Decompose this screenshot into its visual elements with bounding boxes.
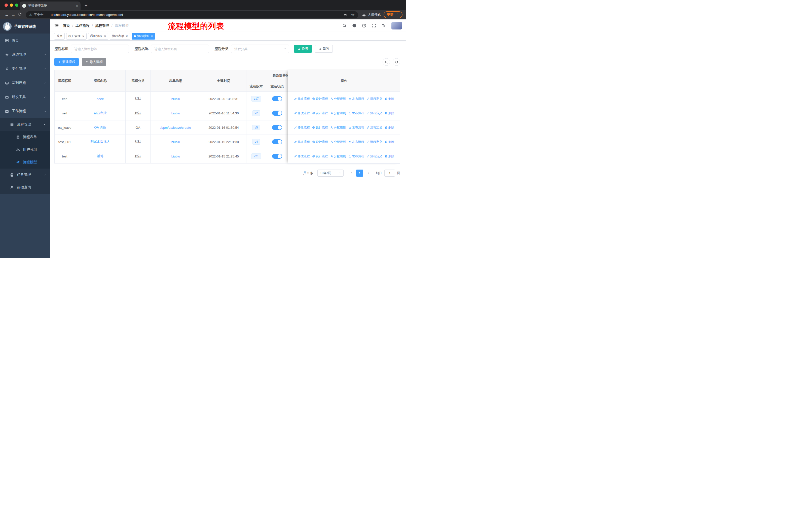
op-edit-link[interactable]: 修改流程 <box>294 154 310 159</box>
sidebar-item-process-manage[interactable]: 流程管理 <box>0 118 50 131</box>
new-tab-button[interactable]: + <box>85 3 88 8</box>
op-delete-link[interactable]: 删除 <box>385 126 395 130</box>
sidebar-item-user-group[interactable]: 用户分组 <box>0 143 50 156</box>
tag-close-icon[interactable]: × <box>151 34 153 38</box>
process-id-input[interactable] <box>71 45 129 53</box>
breadcrumb-item[interactable]: 首页 <box>63 23 70 28</box>
op-define-link[interactable]: 流程定义 <box>367 154 382 159</box>
toggle-search-button[interactable] <box>383 58 390 66</box>
active-toggle[interactable] <box>272 139 282 144</box>
forward-button[interactable]: → <box>10 12 17 18</box>
op-delete-link[interactable]: 删除 <box>385 154 395 159</box>
back-button[interactable]: ← <box>3 12 10 18</box>
textsize-icon[interactable] <box>382 23 386 28</box>
sidebar-item-process-form[interactable]: 流程表单 <box>0 131 50 143</box>
github-icon[interactable] <box>352 23 356 28</box>
op-assign-link[interactable]: 分配规则 <box>330 97 346 101</box>
breadcrumb-item[interactable]: 工作流程 <box>76 23 90 28</box>
browser-menu-icon[interactable]: ⋮ <box>396 13 399 17</box>
url-bar[interactable]: ⚠ 不安全 dashboard.yudao.iocoder.cn/bpm/man… <box>26 11 358 19</box>
create-process-button[interactable]: 新建流程 <box>54 58 79 66</box>
password-key-icon[interactable] <box>344 13 348 17</box>
page-number-button[interactable]: 1 <box>356 169 363 176</box>
op-design-link[interactable]: 设计流程 <box>312 111 328 115</box>
reload-button[interactable] <box>17 12 23 18</box>
op-define-link[interactable]: 流程定义 <box>367 140 382 144</box>
sidebar-item-infrastructure[interactable]: 基础设施 <box>0 76 50 90</box>
app-logo[interactable]: 芋道管理系统 <box>0 19 50 33</box>
sidebar-item-home[interactable]: 首页 <box>0 33 50 48</box>
op-delete-link[interactable]: 删除 <box>385 140 395 144</box>
sidebar-item-system[interactable]: 系统管理 <box>0 48 50 62</box>
process-name-link[interactable]: eeee <box>97 97 104 101</box>
active-toggle[interactable] <box>272 96 282 101</box>
sidebar-item-task-manage[interactable]: 任务管理 <box>0 168 50 181</box>
traffic-light-close[interactable] <box>4 3 8 7</box>
op-define-link[interactable]: 流程定义 <box>367 111 382 115</box>
op-delete-link[interactable]: 删除 <box>385 111 395 115</box>
op-define-link[interactable]: 流程定义 <box>367 126 382 130</box>
op-edit-link[interactable]: 修改流程 <box>294 97 310 101</box>
search-icon[interactable] <box>342 23 347 28</box>
import-process-button[interactable]: 导入流程 <box>82 58 106 66</box>
op-edit-link[interactable]: 修改流程 <box>294 126 310 130</box>
breadcrumb-item[interactable]: 流程管理 <box>95 23 109 28</box>
op-delete-link[interactable]: 删除 <box>385 97 395 101</box>
op-assign-link[interactable]: 分配规则 <box>330 154 346 159</box>
traffic-light-minimize[interactable] <box>10 3 13 7</box>
process-name-link[interactable]: 滔博 <box>97 154 104 158</box>
tag-close-icon[interactable]: × <box>82 34 84 38</box>
sidebar-item-process-model[interactable]: 流程模型 <box>0 156 50 168</box>
sidebar-item-payment[interactable]: 支付管理 <box>0 62 50 76</box>
tag-home[interactable]: 首页 <box>54 33 65 39</box>
tag-process-model[interactable]: 流程模型× <box>132 33 155 39</box>
tag-my-process[interactable]: 我的流程× <box>88 33 109 39</box>
active-toggle[interactable] <box>272 125 282 130</box>
process-name-link[interactable]: 测试多审批人 <box>90 140 110 144</box>
tag-close-icon[interactable]: × <box>104 34 106 38</box>
bookmark-star-icon[interactable]: ☆ <box>351 12 355 17</box>
op-assign-link[interactable]: 分配规则 <box>330 111 346 115</box>
op-publish-link[interactable]: 发布流程 <box>348 140 364 144</box>
op-design-link[interactable]: 设计流程 <box>312 97 328 101</box>
op-edit-link[interactable]: 修改流程 <box>294 111 310 115</box>
traffic-light-zoom[interactable] <box>15 3 18 7</box>
active-toggle[interactable] <box>272 111 282 116</box>
refresh-table-button[interactable] <box>393 58 400 66</box>
op-define-link[interactable]: 流程定义 <box>367 97 382 101</box>
category-select-input[interactable] <box>231 45 289 53</box>
browser-update-button[interactable]: 更新 ⋮ <box>384 11 403 18</box>
form-info-link[interactable]: biubiu <box>171 97 180 101</box>
op-assign-link[interactable]: 分配规则 <box>330 140 346 144</box>
tag-tenant-manage[interactable]: 租户管理× <box>66 33 87 39</box>
op-design-link[interactable]: 设计流程 <box>312 140 328 144</box>
form-info-link[interactable]: biubiu <box>171 111 180 115</box>
active-toggle[interactable] <box>272 154 282 159</box>
search-button[interactable]: 搜索 <box>294 45 312 53</box>
op-publish-link[interactable]: 发布流程 <box>348 97 364 101</box>
op-publish-link[interactable]: 发布流程 <box>348 126 364 130</box>
fullscreen-icon[interactable] <box>372 23 376 28</box>
form-info-link[interactable]: /bpm/oa/leave/create <box>160 126 191 130</box>
question-icon[interactable] <box>362 23 366 28</box>
process-name-link[interactable]: 自己审批 <box>94 111 107 115</box>
op-assign-link[interactable]: 分配规则 <box>330 126 346 130</box>
prev-page-button[interactable] <box>348 169 355 176</box>
process-name-link[interactable]: OA 请假 <box>94 126 106 129</box>
category-select[interactable] <box>231 45 289 53</box>
op-design-link[interactable]: 设计流程 <box>312 126 328 130</box>
op-publish-link[interactable]: 发布流程 <box>348 111 364 115</box>
sidebar-toggle-button[interactable] <box>54 23 59 28</box>
tag-close-icon[interactable]: × <box>126 34 128 38</box>
user-avatar[interactable] <box>392 22 402 29</box>
goto-page-input[interactable] <box>384 169 395 176</box>
form-info-link[interactable]: biubiu <box>171 140 180 144</box>
browser-tab[interactable]: 芋道管理系统 × <box>20 1 81 10</box>
tab-close-icon[interactable]: × <box>76 4 78 8</box>
next-page-button[interactable] <box>365 169 372 176</box>
sidebar-item-dev-tools[interactable]: 研发工具 <box>0 90 50 104</box>
form-info-link[interactable]: biubiu <box>171 155 180 158</box>
op-publish-link[interactable]: 发布流程 <box>348 154 364 159</box>
process-name-input[interactable] <box>151 45 209 53</box>
tag-process-form[interactable]: 流程表单× <box>110 33 130 39</box>
